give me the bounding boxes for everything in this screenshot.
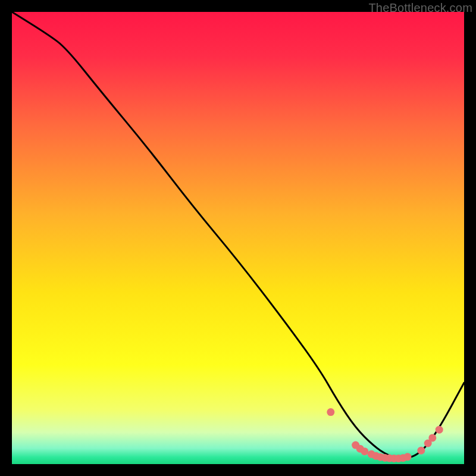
data-dot <box>428 434 436 441</box>
chart-stage: TheBottleneck.com <box>0 0 476 476</box>
data-dot <box>436 426 443 434</box>
data-dot <box>404 453 412 461</box>
plot-area <box>12 12 464 464</box>
data-dot <box>361 447 368 455</box>
chart-svg <box>12 12 464 464</box>
gradient-background <box>12 12 464 464</box>
data-dot <box>417 447 425 455</box>
data-dot <box>327 408 334 416</box>
